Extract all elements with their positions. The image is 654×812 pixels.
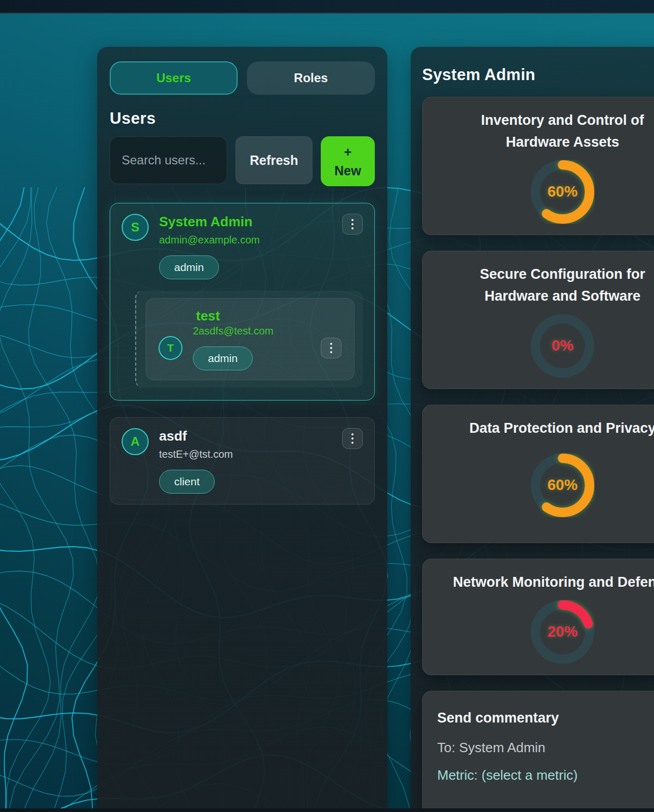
send-commentary-title: Send commentary [437, 710, 654, 726]
avatar: S [122, 214, 149, 241]
tab-bar: Users Roles [110, 61, 375, 95]
user-card-test[interactable]: test T 2asdfs@test.com admin [146, 298, 355, 380]
user-name: asdf [159, 428, 332, 444]
child-users-group: test T 2asdfs@test.com admin [135, 291, 363, 388]
role-badge: client [159, 470, 215, 494]
user-name: test [196, 308, 342, 324]
top-window-bar [0, 0, 654, 14]
user-list-controls: Refresh + New [110, 136, 375, 186]
progress-donut: 60% [530, 160, 595, 224]
users-heading: Users [110, 109, 375, 128]
tab-users[interactable]: Users [110, 61, 238, 95]
cyber-dashboard: { "colors": { "accent_green": "#3ed41c",… [0, 0, 654, 812]
progress-percent-label: 20% [530, 600, 595, 664]
user-management-panel: Users Roles Users Refresh + New S System… [97, 47, 387, 812]
user-email: admin@example.com [159, 234, 332, 246]
commentary-recipient: To: System Admin [437, 740, 654, 756]
commentary-metric-select[interactable]: Metric: (select a metric) [437, 767, 654, 783]
avatar: A [122, 428, 149, 455]
kebab-menu-icon[interactable] [342, 214, 363, 235]
search-input[interactable] [110, 136, 227, 184]
user-card-system-admin[interactable]: S System Admin admin@example.com admin t… [110, 203, 375, 401]
metric-card-network-monitoring: Network Monitoring and Defense 20% [422, 559, 654, 675]
kebab-menu-icon[interactable] [342, 428, 363, 449]
tab-roles[interactable]: Roles [247, 61, 375, 95]
user-email: 2asdfs@test.com [193, 325, 310, 337]
user-email: testE+@tst.com [159, 448, 332, 460]
kebab-menu-icon[interactable] [321, 338, 342, 358]
progress-donut: 60% [530, 453, 595, 518]
metric-title: Data Protection and Privacy [451, 418, 654, 440]
metrics-panel-title: System Admin [422, 66, 654, 84]
user-name: System Admin [159, 214, 332, 230]
metric-card-inventory: Inventory and Control of Hardware Assets… [422, 97, 654, 235]
avatar: T [159, 336, 182, 360]
refresh-button[interactable]: Refresh [236, 136, 312, 184]
metric-card-secure-configuration: Secure Configuration for Hardware and So… [422, 251, 654, 389]
progress-donut: 20% [530, 600, 595, 664]
metric-card-data-protection: Data Protection and Privacy 60% [422, 405, 654, 543]
role-badge: admin [193, 346, 253, 370]
user-card-asdf[interactable]: A asdf testE+@tst.com client [110, 417, 375, 505]
metric-title: Network Monitoring and Defense [451, 572, 654, 594]
new-user-button[interactable]: + New [321, 136, 375, 186]
role-badge: admin [159, 255, 219, 279]
metric-title: Inventory and Control of Hardware Assets [451, 110, 654, 153]
progress-percent-label: 60% [530, 160, 595, 224]
progress-donut: 0% [530, 314, 595, 378]
send-commentary-card: Send commentary To: System Admin Metric:… [422, 691, 654, 812]
metrics-panel: System Admin Inventory and Control of Ha… [411, 47, 654, 812]
progress-percent-label: 60% [530, 453, 595, 518]
metric-title: Secure Configuration for Hardware and So… [451, 264, 654, 307]
bottom-edge [0, 808, 654, 812]
progress-percent-label: 0% [530, 314, 595, 378]
